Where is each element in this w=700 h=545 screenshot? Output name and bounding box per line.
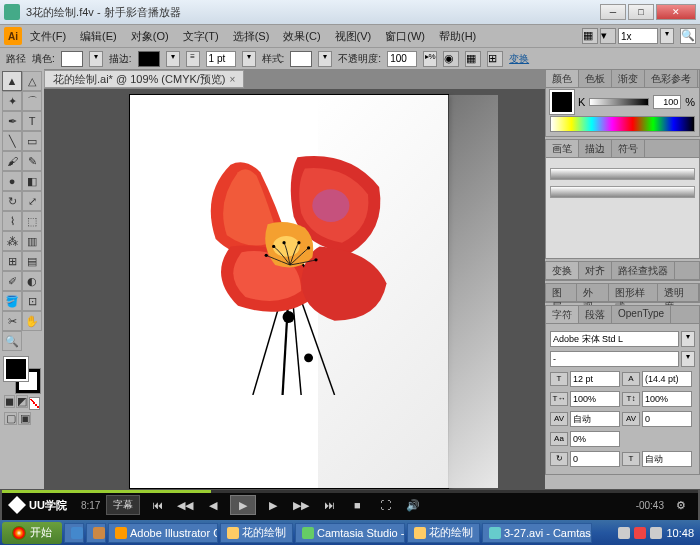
menu-view[interactable]: 视图(V): [329, 27, 378, 46]
hand-tool[interactable]: ✋: [22, 311, 42, 331]
font-style-input[interactable]: [550, 351, 679, 367]
tab-transparency[interactable]: 透明度: [658, 284, 699, 301]
stroke-dropdown[interactable]: ▾: [166, 51, 180, 67]
taskbar-item-avi[interactable]: 3-27.avi - Camtasia...: [482, 523, 592, 543]
zoom-level-input[interactable]: [618, 28, 658, 44]
blend-tool[interactable]: ◐: [22, 271, 42, 291]
tab-stroke[interactable]: 描边: [579, 140, 612, 157]
taskbar-item-ai[interactable]: Adobe Illustrator CS4...: [108, 523, 218, 543]
eraser-tool[interactable]: ◧: [22, 171, 42, 191]
fill-swatch[interactable]: [61, 51, 83, 67]
pencil-tool[interactable]: ✎: [22, 151, 42, 171]
blob-brush-tool[interactable]: ●: [2, 171, 22, 191]
tray-icon-1[interactable]: [618, 527, 630, 539]
brush-preview-1[interactable]: [550, 168, 695, 180]
ffwd-button[interactable]: ▶▶: [290, 496, 312, 514]
graph-tool[interactable]: ▥: [22, 231, 42, 251]
rotate-tool[interactable]: ↻: [2, 191, 22, 211]
rectangle-tool[interactable]: ▭: [22, 131, 42, 151]
fill-dropdown[interactable]: ▾: [89, 51, 103, 67]
tab-character[interactable]: 字符: [546, 306, 579, 323]
pen-tool[interactable]: ✒: [2, 111, 22, 131]
gradient-mode-icon[interactable]: ◩: [16, 395, 28, 408]
warp-tool[interactable]: ⌇: [2, 211, 22, 231]
leading-input[interactable]: [642, 371, 692, 387]
step-back-button[interactable]: ◀: [202, 496, 224, 514]
lasso-tool[interactable]: ⌒: [22, 91, 42, 111]
tab-color[interactable]: 颜色: [546, 70, 579, 87]
free-transform-tool[interactable]: ⬚: [22, 211, 42, 231]
tab-transform[interactable]: 变换: [546, 262, 579, 279]
quicklaunch-2[interactable]: [86, 523, 106, 543]
hscale-input[interactable]: [570, 391, 620, 407]
font-family-input[interactable]: [550, 331, 679, 347]
zoom-dropdown[interactable]: ▾: [660, 28, 674, 44]
play-button[interactable]: ▶: [230, 495, 256, 515]
baseline-input[interactable]: [570, 431, 620, 447]
brush-preview-2[interactable]: [550, 186, 695, 198]
bridge-icon[interactable]: ▦: [582, 28, 598, 44]
menu-edit[interactable]: 编辑(E): [74, 27, 123, 46]
direct-selection-tool[interactable]: △: [22, 71, 42, 91]
tray-icon-3[interactable]: [650, 527, 662, 539]
tab-opentype[interactable]: OpenType: [612, 306, 671, 323]
tracking-input[interactable]: [642, 411, 692, 427]
start-button[interactable]: 开始: [2, 522, 62, 544]
style-swatch[interactable]: [290, 51, 312, 67]
stop-button[interactable]: ■: [346, 496, 368, 514]
quicklaunch-1[interactable]: [64, 523, 84, 543]
scale-tool[interactable]: ⤢: [22, 191, 42, 211]
slice-tool[interactable]: ✂: [2, 311, 22, 331]
line-tool[interactable]: ╲: [2, 131, 22, 151]
taskbar-item-folder1[interactable]: 花的绘制: [220, 523, 293, 543]
menu-select[interactable]: 选择(S): [227, 27, 276, 46]
style-dropdown2[interactable]: ▾: [681, 351, 695, 367]
recolor-icon[interactable]: ◉: [443, 51, 459, 67]
rotation2-input[interactable]: [642, 451, 692, 467]
rotation-input[interactable]: [570, 451, 620, 467]
settings-icon[interactable]: ⚙: [670, 496, 692, 514]
weight-dd-r[interactable]: ▾: [242, 51, 256, 67]
volume-icon[interactable]: 🔊: [402, 496, 424, 514]
step-fwd-button[interactable]: ▶: [262, 496, 284, 514]
stroke-swatch[interactable]: [138, 51, 160, 67]
selection-tool[interactable]: ▲: [2, 71, 22, 91]
paintbrush-tool[interactable]: 🖌: [2, 151, 22, 171]
close-button[interactable]: ✕: [656, 4, 696, 20]
tab-gradient[interactable]: 渐变: [612, 70, 645, 87]
font-size-input[interactable]: [570, 371, 620, 387]
tab-align[interactable]: 对齐: [579, 262, 612, 279]
k-value-input[interactable]: [653, 95, 681, 109]
vscale-input[interactable]: [642, 391, 692, 407]
minimize-button[interactable]: ─: [600, 4, 626, 20]
fullscreen-button[interactable]: ⛶: [374, 496, 396, 514]
maximize-button[interactable]: □: [628, 4, 654, 20]
canvas-area[interactable]: 花的绘制.ai* @ 109% (CMYK/预览) ×: [44, 69, 545, 489]
tab-layers[interactable]: 图层: [546, 284, 577, 301]
tray-icon-2[interactable]: [634, 527, 646, 539]
taskbar-item-camtasia[interactable]: Camtasia Studio - Unti...: [295, 523, 405, 543]
menu-window[interactable]: 窗口(W): [379, 27, 431, 46]
fill-color-swatch[interactable]: [4, 357, 28, 381]
color-preview-swatch[interactable]: [550, 90, 574, 114]
eyedropper-tool[interactable]: ✐: [2, 271, 22, 291]
tab-brush[interactable]: 画笔: [546, 140, 579, 157]
tab-paragraph[interactable]: 段落: [579, 306, 612, 323]
tab-guide[interactable]: 色彩参考: [645, 70, 698, 87]
tab-symbol[interactable]: 符号: [612, 140, 645, 157]
tab-graphic-styles[interactable]: 图形样式: [609, 284, 659, 301]
arrange-icon[interactable]: ▾: [600, 28, 616, 44]
align-icon[interactable]: ▦: [465, 51, 481, 67]
k-slider[interactable]: [589, 98, 649, 106]
menu-type[interactable]: 文字(T): [177, 27, 225, 46]
tab-pathfinder[interactable]: 路径查找器: [612, 262, 675, 279]
kerning-input[interactable]: [570, 411, 620, 427]
taskbar-item-folder2[interactable]: 花的绘制: [407, 523, 480, 543]
magic-wand-tool[interactable]: ✦: [2, 91, 22, 111]
distribute-icon[interactable]: ⊞: [487, 51, 503, 67]
none-mode-icon[interactable]: [29, 397, 40, 410]
next-button[interactable]: ⏭: [318, 496, 340, 514]
menu-file[interactable]: 文件(F): [24, 27, 72, 46]
progress-track[interactable]: [2, 490, 698, 493]
opacity-dropdown[interactable]: ▸%: [423, 51, 437, 67]
